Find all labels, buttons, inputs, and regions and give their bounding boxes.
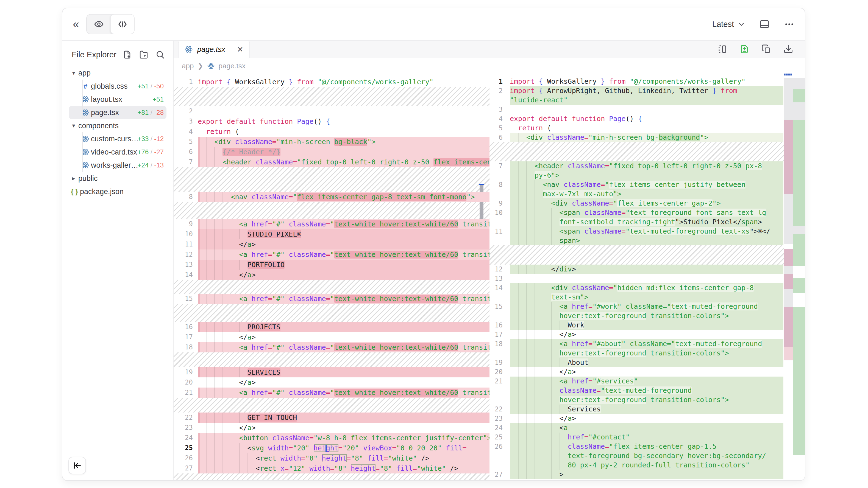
split-view-icon[interactable] [717, 44, 727, 54]
version-dropdown[interactable]: Latest [712, 20, 745, 29]
code-line: 5 return ( [490, 124, 805, 133]
file-label: public [78, 174, 98, 183]
preview-toggle-button[interactable] [87, 14, 111, 34]
download-icon[interactable] [783, 44, 793, 54]
sidebar-item-public[interactable]: ▸public [69, 172, 166, 185]
sidebar-item-custom-curs-[interactable]: custom-curs…+33 / -12 [69, 132, 166, 145]
sidebar-item-layout-tsx[interactable]: layout.tsx+51 [69, 93, 166, 106]
more-options-icon[interactable] [784, 19, 795, 29]
diff-collapsed-region [174, 304, 490, 322]
chevron-right-icon: ▸ [69, 175, 78, 182]
minimap-old-segment [784, 194, 793, 244]
line-number [490, 349, 506, 358]
sidebar-item-globals-css[interactable]: #globals.css+51 / -50 [69, 79, 166, 93]
code-icon [118, 19, 127, 29]
line-number: 7 [174, 157, 198, 167]
line-number: 24 [490, 423, 506, 432]
code-line: 9 <div className="flex items-center gap-… [490, 199, 805, 208]
search-icon[interactable] [155, 50, 165, 59]
tab-label: page.tsx [197, 45, 225, 54]
sidebar-item-works-galler-[interactable]: works-galler…+24 / -13 [69, 159, 166, 172]
code-toggle-button[interactable] [111, 14, 134, 34]
line-number: 12 [490, 265, 506, 274]
diff-minimap[interactable] [784, 73, 805, 480]
code-line: hover:text-foreground transition-colors"… [490, 395, 805, 404]
file-label: globals.css [91, 82, 128, 91]
minimap-new-segment [793, 120, 805, 226]
diff-pane-new[interactable]: 1import { WorksGallery } from "@/compone… [490, 73, 805, 480]
line-number: 12 [174, 250, 198, 260]
chevron-down-icon: ▾ [69, 122, 78, 129]
code-line: 8 <nav className="flex items-center gap-… [174, 192, 490, 202]
sidebar-item-components[interactable]: ▾components [69, 119, 166, 132]
code-line: 7 <header className="fixed top-0 left-0 … [174, 157, 490, 167]
file-label: page.tsx [91, 108, 119, 117]
line-number: 26 [174, 453, 198, 463]
code-line: 22 Services [490, 404, 805, 414]
diff-collapsed-region [174, 398, 490, 413]
code-line: 23 </a> [174, 423, 490, 433]
react-file-icon [80, 135, 91, 143]
line-number: 17 [174, 332, 198, 342]
line-number [490, 461, 506, 470]
diff-stats: +76 / -27 [137, 148, 164, 156]
code-line: 9 <a href="#" className="text-white hove… [174, 219, 490, 229]
code-line: 20 </a> [490, 367, 805, 377]
tab-page-tsx[interactable]: page.tsx ✕ [178, 41, 250, 58]
sidebar-item-app[interactable]: ▾app [69, 66, 166, 79]
line-number: 1 [490, 77, 506, 86]
line-number: 4 [174, 127, 198, 137]
diff-pane-old[interactable]: 1import { WorksGallery } from "@/compone… [174, 73, 490, 480]
sidebar-item-page-tsx[interactable]: page.tsx+81 / -28 [69, 106, 166, 119]
line-number: 25 [174, 443, 198, 453]
code-line: 5 <div className="min-h-screen bg-black"… [174, 137, 490, 147]
line-number: 14 [490, 283, 506, 293]
line-number: 18 [490, 339, 506, 349]
line-number: 9 [490, 199, 506, 208]
minimap-viewport-indicator [784, 73, 792, 75]
line-number: 1 [174, 77, 198, 87]
sidebar-item-package-json[interactable]: { }package.json [69, 185, 166, 198]
line-number: 16 [490, 321, 506, 330]
editor-area: page.tsx ✕ [174, 41, 805, 480]
code-line: 19 SERVICES [174, 367, 490, 378]
code-line: 17 </a> [490, 330, 805, 339]
code-line: 8 <nav className="flex items-center just… [490, 180, 805, 189]
diff-stats: +51 [152, 96, 164, 103]
copy-icon[interactable] [762, 44, 771, 54]
breadcrumb-file[interactable]: page.tsx [219, 62, 246, 70]
version-label: Latest [712, 20, 734, 29]
line-number [490, 96, 506, 105]
diff-file-icon[interactable] [739, 44, 749, 54]
code-line: 11 <span className="text-muted-foregroun… [490, 227, 805, 236]
code-line: 16 PROJECTS [174, 322, 490, 332]
minimap-old-segment [784, 78, 793, 120]
sidebar-item-video-card-tsx[interactable]: video-card.tsx+76 / -27 [69, 145, 166, 159]
new-folder-icon[interactable] [139, 50, 148, 59]
breadcrumb-root[interactable]: app [182, 62, 194, 70]
panel-bottom-icon[interactable] [759, 19, 770, 29]
line-number: 8 [174, 192, 198, 202]
code-line: 18 <a href="#about" className="text-mute… [490, 339, 805, 349]
line-number [490, 171, 506, 180]
line-number: 10 [490, 208, 506, 217]
code-line: 2 [174, 106, 490, 117]
file-label: custom-curs… [91, 135, 137, 143]
react-file-icon [80, 148, 91, 156]
code-line: 13 [490, 274, 805, 283]
code-line: text-sm"> [490, 293, 805, 302]
collapse-panel-icon[interactable]: « [73, 19, 79, 30]
minimap-old-segment [784, 289, 793, 307]
breadcrumb-chevron-icon: ❯ [197, 62, 203, 70]
diff-stats: +24 / -13 [137, 161, 164, 169]
line-number: 15 [490, 302, 506, 311]
line-number [490, 451, 506, 461]
minimap-old-segment [784, 249, 793, 266]
line-number: 13 [490, 274, 506, 283]
diff-collapsed-region [174, 352, 490, 367]
collapse-sidebar-button[interactable] [68, 457, 86, 474]
code-line: 7 <header className="fixed top-0 left-0 … [490, 161, 805, 171]
close-tab-icon[interactable]: ✕ [237, 45, 243, 54]
new-file-icon[interactable] [123, 50, 132, 59]
code-line: 21 <a href="#services" [490, 377, 805, 386]
